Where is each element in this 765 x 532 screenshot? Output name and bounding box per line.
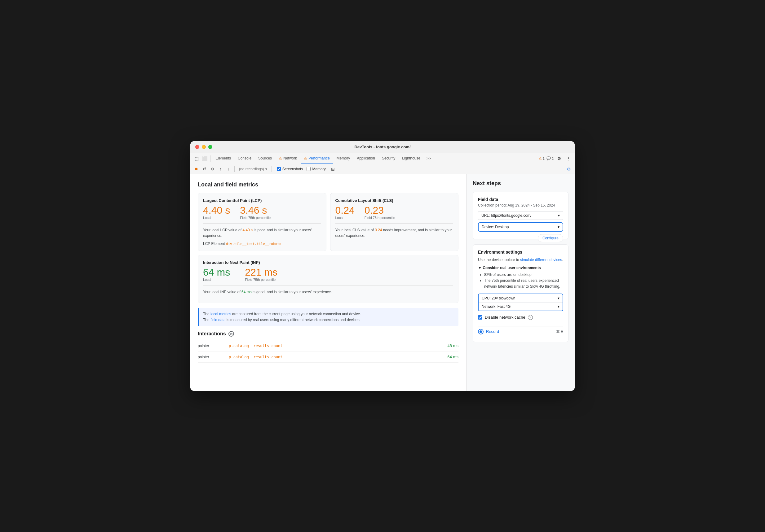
grid-icon[interactable]: ⊞ [330, 166, 336, 172]
cls-title: Cumulative Layout Shift (CLS) [336, 198, 453, 203]
disable-cache-row: Disable network cache ? [478, 315, 563, 320]
upload-button[interactable]: ↑ [217, 166, 224, 172]
interaction-type-1: pointer [198, 344, 229, 348]
screenshots-checkbox-label[interactable]: Screenshots [277, 167, 303, 171]
lcp-highlight: 4.40 s [243, 228, 253, 232]
lcp-desc-pre: Your local LCP value of [203, 228, 243, 232]
interactions-header: Interactions ⊘ [198, 331, 458, 337]
inp-field-group: 221 ms Field 75th percentile [245, 267, 278, 282]
record-button[interactable]: ⏺ [193, 166, 200, 172]
device-dropdown-arrow: ▾ [558, 225, 559, 229]
memory-label: Memory [312, 167, 326, 171]
interaction-selector-1[interactable]: p.catalog__results-count [229, 344, 447, 348]
memory-checkbox[interactable] [307, 167, 311, 171]
help-icon[interactable]: ? [528, 315, 533, 320]
field-data-title: Field data [478, 197, 563, 202]
inp-desc-mid: is good, and is similar to your users' e… [252, 290, 332, 294]
field-data-link[interactable]: field data [211, 318, 226, 322]
toolbar-right: ⚠ 1 💬 2 ⚙ ⋮ [539, 155, 572, 162]
tab-security[interactable]: Security [379, 153, 398, 164]
record-btn-row[interactable]: Record ⌘ E [478, 326, 563, 337]
info-line1-post: are captured from the current page using… [231, 312, 361, 316]
network-dropdown-arrow: ▾ [558, 304, 559, 309]
tab-lighthouse-label: Lighthouse [402, 156, 420, 160]
minimize-button[interactable] [202, 145, 206, 149]
inp-desc-pre: Your local INP value of [203, 290, 242, 294]
configure-button[interactable]: Configure [538, 234, 563, 242]
env-description: Use the device toolbar to simulate diffe… [478, 257, 563, 263]
settings-gear-icon[interactable]: ⚙ [565, 166, 572, 172]
tab-lighthouse[interactable]: Lighthouse [399, 153, 423, 164]
lcp-field-value: 3.46 s [240, 205, 271, 215]
close-button[interactable] [195, 145, 199, 149]
device-icon[interactable]: ⬜ [201, 155, 208, 162]
record-circle-icon [478, 329, 483, 335]
info-line2-post: is measured by real users using many dif… [226, 318, 361, 322]
inspect-icon[interactable]: ⬚ [193, 155, 200, 162]
inp-field-value: 221 ms [245, 267, 278, 277]
interaction-time-2: 64 ms [447, 355, 458, 359]
cls-field-group: 0.23 Field 75th percentile [365, 205, 395, 219]
throttle-dropdown-group: CPU: 20× slowdown ▾ Network: Fast 4G ▾ [478, 294, 563, 311]
tab-more-button[interactable]: >> [424, 156, 433, 161]
tab-memory[interactable]: Memory [334, 153, 353, 164]
screenshots-checkbox[interactable] [277, 167, 281, 171]
consider-item-2: The 75th percentile of real users experi… [484, 278, 563, 290]
info-line1-pre: The [203, 312, 211, 316]
title-bar: DevTools - fonts.google.com/ [190, 141, 575, 153]
env-settings-card: Environment settings Use the device tool… [473, 244, 568, 342]
stop-button[interactable]: ⊘ [209, 166, 216, 172]
screenshots-label: Screenshots [283, 167, 303, 171]
url-dropdown-arrow: ▾ [558, 213, 560, 218]
warning-count: 1 [543, 157, 545, 160]
collection-period: Collection period: Aug 19, 2024 - Sep 15… [478, 203, 563, 207]
lcp-element-code[interactable]: div.tile__text.tile__roboto [226, 242, 282, 246]
url-dropdown-label: URL: https://fonts.google.com/ [481, 213, 531, 218]
tab-elements[interactable]: Elements [212, 153, 234, 164]
lcp-field-group: 3.46 s Field 75th percentile [240, 205, 271, 219]
maximize-button[interactable] [208, 145, 212, 149]
settings-icon[interactable]: ⚙ [555, 155, 563, 162]
interaction-selector-2[interactable]: p.catalog__results-count [229, 355, 447, 359]
tab-sources[interactable]: Sources [255, 153, 275, 164]
lcp-element: LCP Element div.tile__text.tile__roboto [203, 242, 321, 246]
toolbar2-sep2 [272, 166, 272, 172]
lcp-field-label: Field 75th percentile [240, 216, 271, 219]
cpu-dropdown-arrow: ▾ [558, 296, 559, 300]
warning-badge[interactable]: ⚠ 1 [539, 156, 545, 160]
next-steps-title: Next steps [473, 180, 568, 187]
info-badge[interactable]: 💬 2 [546, 156, 554, 160]
toolbar2-sep [234, 166, 235, 172]
consider-item-1: 82% of users are on desktop. [484, 272, 563, 278]
reload-record-button[interactable]: ↺ [201, 166, 208, 172]
cpu-dropdown-label: CPU: 20× slowdown [482, 296, 515, 300]
disable-cache-label: Disable network cache [485, 315, 525, 320]
info-box: The local metrics are captured from the … [198, 308, 458, 326]
performance-warn-icon: ⚠ [304, 156, 307, 160]
url-dropdown[interactable]: URL: https://fonts.google.com/ ▾ [478, 211, 563, 220]
network-dropdown-label: Network: Fast 4G [482, 304, 510, 309]
network-dropdown[interactable]: Network: Fast 4G ▾ [478, 303, 563, 311]
cls-card: Cumulative Layout Shift (CLS) 0.24 Local… [330, 193, 459, 251]
tab-performance[interactable]: ⚠ Performance [301, 153, 333, 164]
device-dropdown[interactable]: Device: Desktop ▾ [478, 222, 563, 232]
simulate-devices-link[interactable]: simulate different devices [520, 258, 562, 262]
more-options-icon[interactable]: ⋮ [565, 155, 572, 162]
cpu-dropdown[interactable]: CPU: 20× slowdown ▾ [478, 294, 563, 303]
cls-field-label: Field 75th percentile [365, 216, 395, 219]
lcp-title: Largest Contentful Paint (LCP) [203, 198, 321, 203]
tab-network[interactable]: ⚠ Network [276, 153, 300, 164]
download-button[interactable]: ↓ [225, 166, 232, 172]
memory-checkbox-label[interactable]: Memory [307, 167, 326, 171]
network-warn-icon: ⚠ [279, 156, 282, 160]
inp-card: Interaction to Next Paint (INP) 64 ms Lo… [198, 255, 458, 303]
recordings-dropdown[interactable]: (no recordings) ▾ [237, 166, 269, 172]
tab-sources-label: Sources [258, 156, 272, 160]
table-row: pointer p.catalog__results-count 48 ms [198, 340, 458, 352]
separator [210, 155, 211, 162]
inp-field-label: Field 75th percentile [245, 278, 278, 282]
local-metrics-link[interactable]: local metrics [211, 312, 231, 316]
disable-cache-checkbox[interactable] [478, 315, 482, 320]
tab-console[interactable]: Console [235, 153, 255, 164]
tab-application[interactable]: Application [354, 153, 378, 164]
